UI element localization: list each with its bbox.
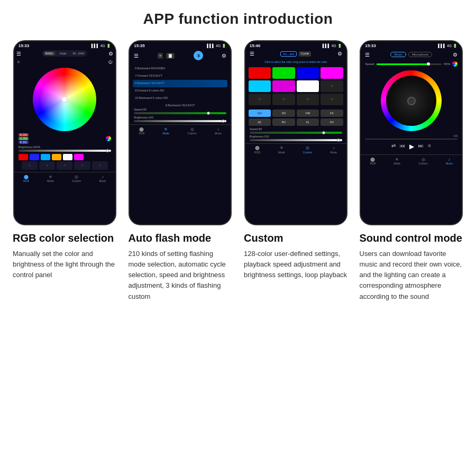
speed-slider-custom[interactable] (250, 132, 342, 134)
mode-item-5[interactable]: 10:Backward 6 colors RD (133, 95, 227, 102)
next-icon[interactable]: ⏭ (418, 143, 424, 150)
mode-fd[interactable]: FD (272, 109, 295, 117)
settings-icon-music[interactable]: ⚙ (453, 52, 457, 58)
swatch-orange[interactable] (52, 154, 61, 160)
nav-custom[interactable]: ◎ Custom (72, 175, 81, 182)
tab-music[interactable]: Music (390, 52, 406, 57)
nav-music[interactable]: ♪ Music (99, 175, 106, 182)
pause-button[interactable]: ⏸ (194, 51, 203, 60)
add-btn-3[interactable]: + (57, 161, 72, 170)
color-add-2[interactable]: + (249, 94, 271, 105)
mode-fw[interactable]: FW (297, 109, 319, 117)
swatch-white[interactable] (63, 154, 72, 160)
nav-custom-mode[interactable]: ◎ Custom (187, 127, 196, 135)
brightness-slider-custom[interactable] (250, 139, 342, 141)
nav-music-mode[interactable]: ♪ Music (215, 127, 222, 135)
nav-rgb-music[interactable]: ⬤ RGB (370, 157, 376, 165)
mode-save-icon[interactable]: 📋 (166, 53, 175, 59)
add-btn-1[interactable]: + (22, 161, 38, 170)
play-icon[interactable]: ▶ (409, 143, 414, 150)
mode-fs[interactable]: FS (321, 109, 343, 117)
music-icon-custom: ♪ (331, 146, 336, 150)
nav-rgb-mode[interactable]: ⬤ RGB (139, 127, 144, 135)
swatch-magenta[interactable] (74, 154, 84, 160)
color-wheel[interactable] (33, 68, 96, 131)
swatch-cyan[interactable] (41, 154, 50, 160)
back-icon-mode: ☰ (134, 53, 139, 59)
prev-icon[interactable]: ⏮ (400, 143, 405, 150)
add-btn-4[interactable]: + (74, 161, 90, 170)
add-btn-2[interactable]: + (39, 161, 55, 170)
add-btn-5[interactable]: + (92, 161, 108, 170)
mode-pu[interactable]: PU (272, 118, 295, 126)
speed-thumb-music[interactable] (427, 62, 430, 66)
mode-add-icon[interactable]: + (158, 53, 163, 59)
mode-ac[interactable]: AC (249, 118, 271, 126)
mode-item-3[interactable]: 8:Backward YE/CN/VT (133, 80, 227, 87)
nav-rgb-custom[interactable]: ⬤ RGB (254, 146, 260, 154)
settings-icon-rgb[interactable]: ⚙ (108, 51, 113, 57)
speed-thumb-custom[interactable] (322, 131, 325, 134)
custom-sliders: Speed:80 Brightness:100 (245, 127, 346, 141)
brightness-thumb[interactable] (106, 149, 109, 152)
g-value: G 255 (19, 137, 29, 140)
color-cyan[interactable] (249, 80, 271, 92)
swatch-red[interactable] (19, 154, 28, 160)
repeat-icon[interactable]: ≡ (428, 143, 431, 150)
speed-slider-mode[interactable] (134, 112, 226, 114)
nav-mode-mode[interactable]: ✳ Mode (163, 127, 170, 135)
brightness-slider-rgb[interactable] (19, 150, 111, 152)
speed-thumb-mode[interactable] (207, 112, 210, 115)
back-icon: ☰ (16, 51, 21, 57)
mode-item-1[interactable]: 6:Backward RD/GN/BU (133, 65, 227, 72)
tab-ring[interactable]: RING (43, 51, 56, 56)
color-wheel-container[interactable] (14, 68, 115, 131)
custom-icon-custom: ◎ (305, 146, 310, 150)
progress-bar-music[interactable] (365, 139, 457, 140)
color-purple[interactable] (272, 80, 295, 92)
swatch-blue[interactable] (30, 154, 39, 160)
nav-rgb[interactable]: ⬤ RGB (23, 175, 29, 182)
nav-music-music-label: Music (446, 162, 453, 165)
color-magenta[interactable] (321, 67, 343, 79)
phone-mockup-rgb: 15:33 ▌▌▌ 4G 🔋 ☰ RING Aisle W...DIM ⚙ ≡ … (13, 40, 116, 225)
speed-slider-music[interactable] (377, 63, 442, 65)
color-wheel-mini[interactable] (452, 61, 457, 67)
nav-custom-label: Custom (72, 179, 81, 182)
nav-custom-music[interactable]: ◎ Custom (418, 157, 427, 165)
mode-item-2[interactable]: 7:Forward YE/CN/VT (133, 72, 227, 80)
nav-music-mode-label: Music (215, 132, 222, 135)
nav-custom-custom[interactable]: ◎ Custom (303, 146, 312, 154)
mode-item-4[interactable]: 9:Forward 6 colors RD (133, 87, 227, 95)
nav-music-custom[interactable]: ♪ Music (330, 146, 337, 154)
color-add-5[interactable]: + (321, 94, 343, 105)
tab-microphone[interactable]: Microphone (408, 52, 432, 57)
tab-wdim[interactable]: W...DIM (71, 51, 86, 56)
forward-btn-custom[interactable]: Fo...ard (280, 51, 297, 57)
settings-icon-custom[interactable]: ⚙ (337, 51, 342, 57)
color-green[interactable] (272, 67, 295, 79)
time-custom: 15:40 (250, 43, 260, 48)
brightness-thumb-mode[interactable] (222, 120, 225, 123)
color-add[interactable]: + (321, 80, 343, 92)
tab-aisle[interactable]: Aisle (58, 51, 69, 56)
brightness-thumb-custom[interactable] (337, 139, 340, 142)
color-add-3[interactable]: + (272, 94, 295, 105)
color-red[interactable] (249, 67, 271, 79)
nav-music-music[interactable]: ♪ Music (446, 157, 453, 165)
nav-mode-music[interactable]: ✳ Mode (394, 157, 401, 165)
nav-mode[interactable]: ✳ Mode (47, 175, 54, 182)
brightness-slider-mode[interactable] (134, 120, 226, 122)
page-title: APP function introduction (11, 11, 465, 28)
shuffle-icon[interactable]: ⇄ (391, 143, 396, 150)
nav-mode-custom[interactable]: ✳ Mode (278, 146, 285, 154)
color-white[interactable] (297, 80, 319, 92)
settings-icon-mode[interactable]: ⚙ (222, 53, 226, 59)
mode-fo[interactable]: FO (321, 118, 343, 126)
color-add-4[interactable]: + (297, 94, 319, 105)
power-icon-rgb[interactable]: ⏻ (108, 60, 112, 65)
mode-fl[interactable]: FL (297, 118, 319, 126)
color-blue[interactable] (297, 67, 319, 79)
cycle-btn-custom[interactable]: Cycle (299, 51, 311, 57)
mode-go[interactable]: GO (249, 109, 271, 117)
